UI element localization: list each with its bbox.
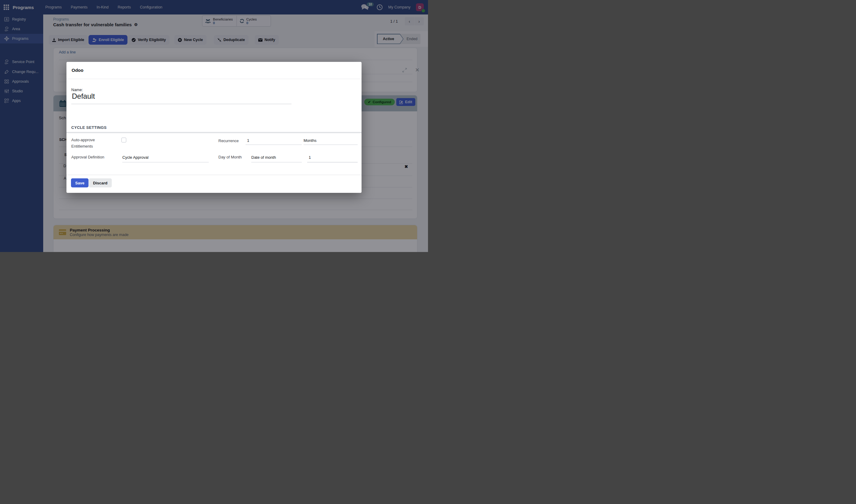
dialog-header: Odoo ✕ (67, 62, 362, 79)
recurrence-unit-select[interactable]: Months (303, 138, 317, 143)
cycle-settings-section-title: CYCLE SETTINGS (71, 125, 107, 130)
name-input[interactable]: Default (72, 92, 95, 101)
recurrence-label: Recurrence (219, 138, 239, 144)
screen: Programs Programs Payments In-Kind Repor… (0, 0, 428, 252)
recurrence-input[interactable]: 1 (247, 138, 249, 143)
approval-definition-input[interactable]: Cycle Approval (122, 155, 149, 160)
section-divider (67, 132, 362, 133)
dialog-title: Odoo (72, 68, 83, 73)
auto-approve-label: Auto-approve Entitlements (71, 137, 95, 149)
day-of-month-input[interactable]: 1 (309, 155, 311, 160)
close-icon[interactable]: ✕ (415, 67, 420, 73)
expand-icon[interactable] (402, 68, 407, 72)
day-of-month-type-select[interactable]: Date of month (251, 155, 276, 160)
approval-definition-label: Approval Definition (71, 154, 104, 160)
discard-button[interactable]: Discard (89, 178, 112, 187)
auto-approve-checkbox[interactable] (121, 138, 126, 142)
cycle-settings-dialog: Odoo ✕ Name: Default CYCLE SETTINGS Auto… (67, 62, 362, 193)
save-button[interactable]: Save (71, 178, 88, 187)
day-of-month-label: Day of Month (219, 154, 242, 160)
